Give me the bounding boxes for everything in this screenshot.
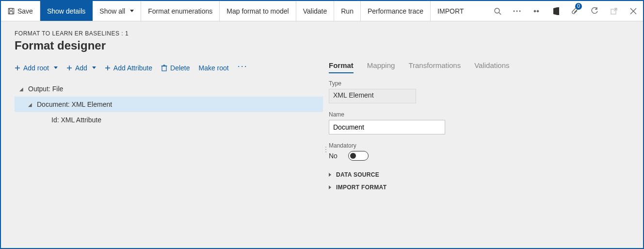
svg-point-28 — [325, 149, 326, 150]
import-button[interactable]: IMPORT — [431, 1, 470, 21]
chevron-down-icon — [92, 66, 96, 69]
tree-node-document[interactable]: ◢ Document: XML Element — [15, 97, 323, 112]
attachments-badge: 0 — [575, 3, 582, 10]
tree-node-output[interactable]: ◢ Output: File — [15, 81, 323, 97]
tree-node-label: Output: File — [28, 85, 63, 93]
details-tabstrip: Format Mapping Transformations Validatio… — [329, 59, 629, 78]
more-actions-button[interactable] — [507, 1, 527, 21]
name-input[interactable] — [329, 120, 445, 134]
svg-point-5 — [514, 10, 515, 12]
refresh-icon — [591, 7, 598, 15]
chevron-down-icon — [130, 10, 134, 12]
make-root-button[interactable]: Make root — [199, 64, 229, 72]
search-icon — [494, 7, 501, 15]
tree-node-label: Id: XML Attribute — [51, 116, 101, 124]
delete-button[interactable]: Delete — [161, 64, 190, 72]
expander-import-format[interactable]: IMPORT FORMAT — [329, 181, 629, 194]
app-window: Save Show details Show all Format enumer… — [0, 0, 644, 249]
field-type: Type XML Element — [329, 80, 629, 103]
tab-mapping[interactable]: Mapping — [367, 61, 395, 73]
plus-icon — [105, 65, 111, 71]
toolbar-overflow-button[interactable]: ··· — [238, 61, 248, 74]
mandatory-value: No — [329, 152, 340, 160]
svg-point-29 — [325, 151, 326, 152]
chevron-right-icon — [329, 173, 331, 177]
field-mandatory: Mandatory No — [329, 142, 629, 161]
show-all-button[interactable]: Show all — [93, 1, 141, 21]
show-all-label: Show all — [99, 7, 125, 15]
map-format-to-model-button[interactable]: Map format to model — [220, 1, 296, 21]
close-icon — [630, 8, 637, 15]
tree-node-label: Document: XML Element — [37, 100, 112, 108]
diamond-icon — [532, 7, 540, 15]
show-details-label: Show details — [47, 7, 85, 15]
type-value: XML Element — [329, 89, 416, 103]
run-button[interactable]: Run — [334, 1, 361, 21]
svg-marker-10 — [553, 7, 557, 15]
format-enumerations-button[interactable]: Format enumerations — [141, 1, 220, 21]
breadcrumb: FORMAT TO LEARN ER BASELINES : 1 — [15, 30, 629, 37]
svg-rect-8 — [533, 10, 536, 13]
svg-line-4 — [499, 13, 501, 15]
performance-trace-label: Performance trace — [368, 7, 423, 15]
svg-point-27 — [325, 147, 326, 148]
tab-validations[interactable]: Validations — [474, 61, 509, 73]
search-button[interactable] — [488, 1, 507, 21]
page-body: FORMAT TO LEARN ER BASELINES : 1 Format … — [1, 21, 643, 248]
chevron-down-icon — [54, 66, 58, 69]
popout-icon — [611, 8, 617, 15]
save-label: Save — [17, 7, 33, 15]
attachments-button[interactable]: 0 — [565, 1, 585, 21]
cmdbar-spacer — [470, 1, 488, 21]
mandatory-toggle[interactable] — [348, 151, 369, 161]
name-label: Name — [329, 111, 629, 118]
add-attribute-label: Add Attribute — [113, 64, 152, 72]
validate-label: Validate — [303, 7, 327, 15]
grip-icon — [325, 146, 327, 153]
tab-transformations[interactable]: Transformations — [408, 61, 461, 73]
field-name: Name — [329, 111, 629, 134]
show-details-button[interactable]: Show details — [40, 1, 93, 21]
expander-data-source[interactable]: DATA SOURCE — [329, 168, 629, 181]
validate-button[interactable]: Validate — [296, 1, 335, 21]
page-title: Format designer — [15, 39, 629, 52]
chevron-right-icon — [329, 185, 331, 189]
collapse-icon[interactable]: ◢ — [27, 102, 33, 107]
save-button[interactable]: Save — [1, 1, 40, 21]
expander-label: DATA SOURCE — [336, 171, 379, 178]
popout-button[interactable] — [604, 1, 624, 21]
add-attribute-button[interactable]: Add Attribute — [105, 64, 152, 72]
performance-trace-button[interactable]: Performance trace — [361, 1, 431, 21]
add-button[interactable]: Add — [66, 64, 96, 72]
format-form: Type XML Element Name Mandatory No — [329, 78, 629, 194]
delete-label: Delete — [170, 64, 190, 72]
collapse-icon[interactable]: ◢ — [18, 86, 24, 92]
svg-line-13 — [614, 8, 617, 11]
expander-label: IMPORT FORMAT — [336, 184, 386, 191]
tab-format[interactable]: Format — [329, 61, 354, 73]
svg-rect-1 — [10, 8, 13, 10]
command-bar: Save Show details Show all Format enumer… — [1, 1, 643, 21]
save-icon — [8, 8, 15, 15]
format-enumerations-label: Format enumerations — [148, 7, 212, 15]
content-split: Add root Add Add Attribute — [15, 59, 629, 239]
type-label: Type — [329, 80, 629, 87]
pane-splitter[interactable] — [323, 59, 329, 239]
svg-point-6 — [516, 10, 518, 12]
connector-button[interactable] — [527, 1, 546, 21]
refresh-button[interactable] — [585, 1, 604, 21]
format-toolbar: Add root Add Add Attribute — [15, 59, 323, 79]
svg-point-7 — [519, 10, 521, 12]
add-label: Add — [75, 64, 87, 72]
svg-point-3 — [495, 8, 499, 13]
add-root-button[interactable]: Add root — [15, 64, 58, 72]
format-tree: ◢ Output: File ◢ Document: XML Element I… — [15, 79, 323, 128]
office-button[interactable] — [546, 1, 565, 21]
map-format-label: Map format to model — [226, 7, 289, 15]
right-pane: Format Mapping Transformations Validatio… — [329, 59, 629, 239]
svg-rect-9 — [536, 10, 539, 13]
close-button[interactable] — [624, 1, 643, 21]
run-label: Run — [341, 7, 354, 15]
svg-rect-11 — [557, 7, 559, 15]
tree-node-id[interactable]: Id: XML Attribute — [15, 112, 323, 128]
